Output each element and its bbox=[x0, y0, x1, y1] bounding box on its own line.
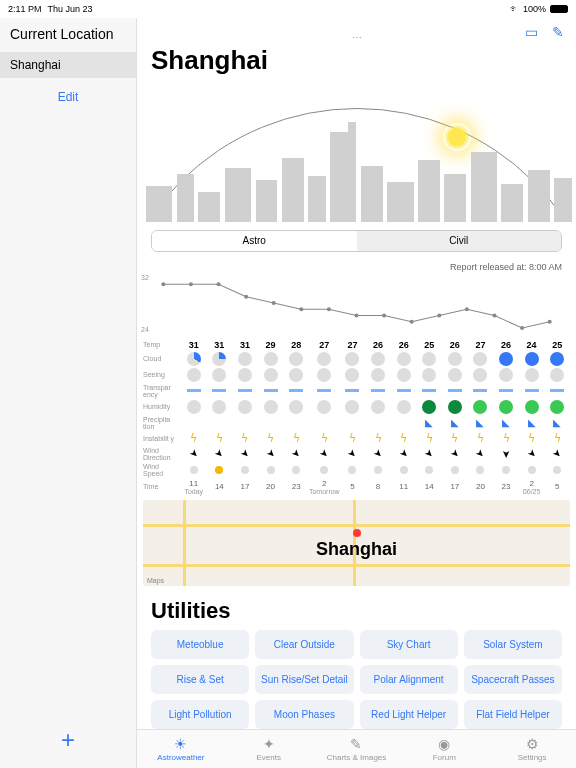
row-label: Cloud bbox=[143, 354, 181, 363]
cell bbox=[283, 465, 309, 475]
cell bbox=[391, 351, 417, 367]
tab-astroweather[interactable]: ☀Astroweather bbox=[137, 730, 225, 768]
util-sky-chart[interactable]: Sky Chart bbox=[360, 630, 458, 659]
add-button[interactable]: + bbox=[0, 712, 136, 768]
sidebar-item-shanghai[interactable]: Shanghai bbox=[0, 52, 136, 78]
cell bbox=[232, 422, 258, 424]
cell bbox=[416, 465, 442, 475]
utilities-grid: MeteoblueClear OutsideSky ChartSolar Sys… bbox=[137, 630, 576, 729]
cell bbox=[391, 422, 417, 424]
cell bbox=[258, 422, 284, 424]
cell bbox=[468, 388, 494, 393]
cell: 27 bbox=[340, 339, 366, 351]
cell: 23 bbox=[493, 481, 519, 492]
tab-charts-&-images[interactable]: ✎Charts & Images bbox=[313, 730, 401, 768]
forecast-grid: Temp313131292827272626252627262425CloudS… bbox=[137, 339, 576, 496]
cell bbox=[544, 388, 570, 393]
cell bbox=[442, 399, 468, 415]
cell bbox=[416, 351, 442, 367]
cell: ϟ bbox=[309, 431, 340, 446]
cell: 27 bbox=[468, 339, 494, 351]
tab-civil[interactable]: Civil bbox=[357, 231, 562, 250]
cell bbox=[340, 367, 366, 383]
cell bbox=[468, 367, 494, 383]
cell: ϟ bbox=[544, 431, 570, 446]
cell: 11 bbox=[391, 481, 417, 492]
util-spacecraft-passes[interactable]: Spacecraft Passes bbox=[464, 665, 562, 694]
cell: ϟ bbox=[258, 431, 284, 446]
cell: 26 bbox=[442, 339, 468, 351]
cell: ➤ bbox=[519, 447, 545, 460]
cell: ϟ bbox=[365, 431, 391, 446]
cell bbox=[207, 422, 233, 424]
tab-settings[interactable]: ⚙Settings bbox=[488, 730, 576, 768]
util-light-pollution[interactable]: Light Pollution bbox=[151, 700, 249, 729]
tab-icon: ⚙ bbox=[526, 736, 539, 752]
row-label: Instabilit y bbox=[143, 434, 181, 443]
cell bbox=[544, 351, 570, 367]
svg-point-5 bbox=[299, 307, 303, 311]
cell bbox=[207, 388, 233, 393]
cell bbox=[258, 399, 284, 415]
cell: 27 bbox=[309, 339, 340, 351]
cell bbox=[519, 399, 545, 415]
cell: ➤ bbox=[340, 447, 366, 460]
map[interactable]: Shanghai Maps bbox=[143, 500, 570, 587]
cell bbox=[340, 351, 366, 367]
cell bbox=[207, 351, 233, 367]
status-time: 2:11 PM bbox=[8, 4, 42, 14]
svg-point-7 bbox=[354, 313, 358, 317]
cell bbox=[181, 399, 207, 415]
util-moon-phases[interactable]: Moon Phases bbox=[255, 700, 353, 729]
util-flat-field-helper[interactable]: Flat Field Helper bbox=[464, 700, 562, 729]
svg-point-14 bbox=[548, 319, 552, 323]
tab-forum[interactable]: ◉Forum bbox=[400, 730, 488, 768]
svg-point-10 bbox=[437, 313, 441, 317]
svg-point-4 bbox=[272, 301, 276, 305]
cell bbox=[258, 367, 284, 383]
battery-pct: 100% bbox=[523, 4, 546, 14]
cell bbox=[283, 399, 309, 415]
sky-panel bbox=[137, 78, 576, 222]
util-rise-&-set[interactable]: Rise & Set bbox=[151, 665, 249, 694]
cell bbox=[519, 351, 545, 367]
cell: 14 bbox=[416, 481, 442, 492]
cell bbox=[493, 367, 519, 383]
cell bbox=[468, 399, 494, 415]
cell: ➤ bbox=[181, 447, 207, 460]
util-red-light-helper[interactable]: Red Light Helper bbox=[360, 700, 458, 729]
cell bbox=[309, 351, 340, 367]
segmented-control[interactable]: Astro Civil bbox=[151, 230, 562, 251]
tab-astro[interactable]: Astro bbox=[152, 231, 357, 250]
map-attr: Maps bbox=[147, 577, 164, 584]
cell bbox=[544, 465, 570, 475]
tab-label: Events bbox=[256, 753, 280, 762]
cell bbox=[416, 399, 442, 415]
util-meteoblue[interactable]: Meteoblue bbox=[151, 630, 249, 659]
tab-label: Astroweather bbox=[157, 753, 204, 762]
cell bbox=[493, 388, 519, 393]
util-clear-outside[interactable]: Clear Outside bbox=[255, 630, 353, 659]
cell: 11Today bbox=[181, 478, 207, 496]
cell bbox=[442, 367, 468, 383]
cell: ϟ bbox=[232, 431, 258, 446]
tab-icon: ☀ bbox=[174, 736, 187, 752]
cell: 26 bbox=[365, 339, 391, 351]
cell bbox=[442, 465, 468, 475]
util-sun-rise/set-detail[interactable]: Sun Rise/Set Detail bbox=[255, 665, 353, 694]
cell: 5 bbox=[340, 481, 366, 492]
cell bbox=[258, 351, 284, 367]
tab-events[interactable]: ✦Events bbox=[225, 730, 313, 768]
utilities-title: Utilities bbox=[137, 590, 576, 630]
edit-button[interactable]: Edit bbox=[0, 80, 136, 114]
cell: ➤ bbox=[544, 447, 570, 460]
cell bbox=[442, 388, 468, 393]
util-polar-alignment[interactable]: Polar Alignment bbox=[360, 665, 458, 694]
cell: 5 bbox=[544, 481, 570, 492]
cell: 29 bbox=[258, 339, 284, 351]
cell bbox=[365, 388, 391, 393]
cell: 23 bbox=[283, 481, 309, 492]
cell bbox=[232, 465, 258, 475]
util-solar-system[interactable]: Solar System bbox=[464, 630, 562, 659]
svg-point-12 bbox=[492, 313, 496, 317]
